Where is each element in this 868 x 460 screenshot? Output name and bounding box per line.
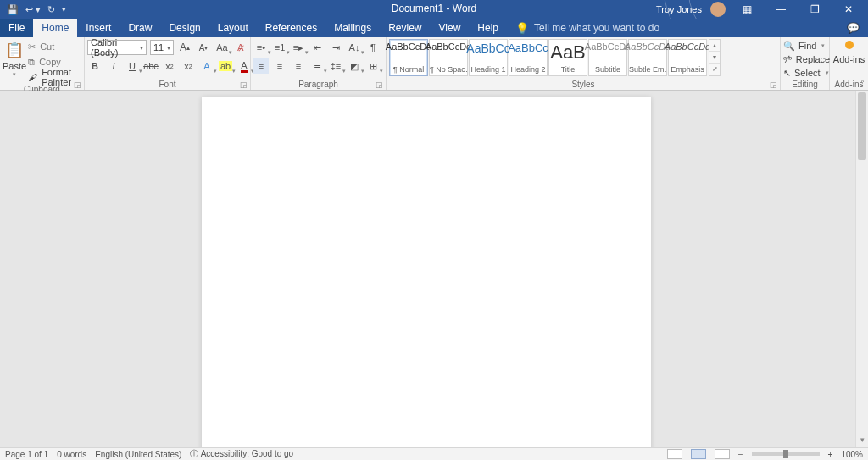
tab-file[interactable]: File xyxy=(0,19,33,37)
align-center-button[interactable]: ≡ xyxy=(272,58,287,74)
increase-indent-button[interactable]: ⇥ xyxy=(328,40,343,55)
redo-button[interactable]: ↻ xyxy=(47,4,55,15)
font-color-button[interactable]: A xyxy=(236,58,252,74)
replace-button[interactable]: ᵃ⁄ᵇReplace xyxy=(783,53,830,66)
style---normal[interactable]: AaBbCcDd¶ Normal xyxy=(389,39,428,76)
style-name: ¶ No Spac… xyxy=(430,65,467,74)
scroll-thumb[interactable] xyxy=(858,92,866,160)
align-left-button[interactable]: ≡ xyxy=(253,58,269,74)
style-heading-2[interactable]: AaBbCcHeading 2 xyxy=(509,39,548,76)
zoom-level[interactable]: 100% xyxy=(841,450,863,459)
group-label-styles: Styles xyxy=(389,80,777,90)
justify-button[interactable]: ≣ xyxy=(309,58,325,74)
group-editing: 🔍Find▾ ᵃ⁄ᵇReplace ↖Select▾ Editing xyxy=(781,37,830,90)
ribbon-tabs: File HomeInsertDrawDesignLayoutReference… xyxy=(0,19,868,37)
style-heading-1[interactable]: AaBbCcHeading 1 xyxy=(469,39,508,76)
chevron-down-icon: ▾ xyxy=(13,71,16,78)
status-language[interactable]: English (United States) xyxy=(95,450,181,459)
minimize-button[interactable]: — xyxy=(768,3,793,15)
highlight-button[interactable]: ab xyxy=(218,58,233,74)
tab-mailings[interactable]: Mailings xyxy=(326,19,380,37)
view-read-mode[interactable] xyxy=(667,449,682,459)
ribbon: 📋 Paste ▾ ✂Cut ⧉Copy 🖌Format Painter Cli… xyxy=(0,37,868,91)
change-case-button[interactable]: Aa xyxy=(214,40,230,55)
document-page[interactable] xyxy=(202,97,651,447)
underline-button[interactable]: U xyxy=(125,58,140,74)
comments-icon[interactable]: 💬 xyxy=(838,19,868,37)
undo-button[interactable]: ↩ ▾ xyxy=(25,4,41,15)
shading-button[interactable]: ◩ xyxy=(347,58,362,74)
status-page[interactable]: Page 1 of 1 xyxy=(5,450,48,459)
multilevel-list-button[interactable]: ≡▸ xyxy=(291,40,306,55)
scroll-down-arrow[interactable]: ▾ xyxy=(856,435,868,447)
vertical-scrollbar[interactable]: ▴ ▾ xyxy=(855,91,868,447)
styles-dialog-launcher[interactable]: ◲ xyxy=(770,80,778,89)
view-web-layout[interactable] xyxy=(715,449,730,459)
addins-button[interactable]: Add-ins xyxy=(833,54,865,64)
shrink-font-button[interactable]: A▾ xyxy=(196,40,211,55)
line-spacing-button[interactable]: ‡≡ xyxy=(328,58,343,74)
tab-draw[interactable]: Draw xyxy=(120,19,160,37)
font-name-combo[interactable]: Calibri (Body)▾ xyxy=(87,40,147,55)
collapse-ribbon-button[interactable]: ˄ xyxy=(860,79,865,88)
group-font: Calibri (Body)▾ 11▾ A▴ A▾ Aa A̷ B I U ab… xyxy=(85,37,251,90)
tab-design[interactable]: Design xyxy=(160,19,209,37)
align-right-button[interactable]: ≡ xyxy=(291,58,306,74)
sort-button[interactable]: A↓ xyxy=(347,40,362,55)
clear-formatting-button[interactable]: A̷ xyxy=(233,40,248,55)
copy-icon: ⧉ xyxy=(28,57,35,68)
save-icon[interactable]: 💾 xyxy=(7,4,19,15)
subscript-button[interactable]: x2 xyxy=(162,58,177,74)
bold-button[interactable]: B xyxy=(87,58,103,74)
paste-icon: 📋 xyxy=(3,39,25,61)
font-dialog-launcher[interactable]: ◲ xyxy=(240,80,248,89)
tab-layout[interactable]: Layout xyxy=(209,19,257,37)
tell-me-search[interactable]: 💡 Tell me what you want to do xyxy=(515,19,659,37)
status-word-count[interactable]: 0 words xyxy=(57,450,86,459)
cut-button[interactable]: ✂Cut xyxy=(28,39,81,54)
styles-scroll-down[interactable]: ▾ xyxy=(709,52,720,64)
style-name: Subtitle xyxy=(595,65,620,74)
find-button[interactable]: 🔍Find▾ xyxy=(783,39,825,53)
zoom-in-button[interactable]: + xyxy=(828,450,833,459)
style-name: ¶ Normal xyxy=(393,65,424,74)
style---no-spac-[interactable]: AaBbCcDd¶ No Spac… xyxy=(429,39,468,76)
styles-expand[interactable]: ⤢ xyxy=(709,64,720,75)
style-subtitle[interactable]: AaBbCcDdSubtitle xyxy=(588,39,627,76)
numbering-button[interactable]: ≡1 xyxy=(272,40,287,55)
zoom-out-button[interactable]: − xyxy=(738,450,743,459)
font-size-combo[interactable]: 11▾ xyxy=(150,40,174,55)
replace-icon: ᵃ⁄ᵇ xyxy=(783,54,793,65)
bullets-button[interactable]: ≡• xyxy=(253,40,269,55)
status-accessibility[interactable]: ⓘ Accessibility: Good to go xyxy=(190,448,293,460)
show-paragraph-marks-button[interactable]: ¶ xyxy=(365,40,381,55)
group-clipboard: 📋 Paste ▾ ✂Cut ⧉Copy 🖌Format Painter Cli… xyxy=(0,37,85,90)
decrease-indent-button[interactable]: ⇤ xyxy=(309,40,325,55)
tab-home[interactable]: Home xyxy=(33,19,77,37)
restore-button[interactable]: ❐ xyxy=(802,3,827,15)
group-addins: Add-ins Add-ins ˄ xyxy=(830,37,868,90)
paste-button[interactable]: 📋 Paste ▾ xyxy=(3,39,26,78)
styles-scroll-up[interactable]: ▴ xyxy=(709,40,720,52)
strikethrough-button[interactable]: abc xyxy=(143,58,159,74)
close-button[interactable]: ✕ xyxy=(836,3,861,15)
tab-references[interactable]: References xyxy=(257,19,326,37)
clipboard-dialog-launcher[interactable]: ◲ xyxy=(74,80,82,89)
tab-review[interactable]: Review xyxy=(380,19,430,37)
style-title[interactable]: AaBTitle xyxy=(548,39,587,76)
superscript-button[interactable]: x2 xyxy=(181,58,196,74)
text-effects-button[interactable]: A xyxy=(199,58,214,74)
style-emphasis[interactable]: AaBbCcDdEmphasis xyxy=(668,39,707,76)
borders-button[interactable]: ⊞ xyxy=(365,58,381,74)
select-button[interactable]: ↖Select▾ xyxy=(783,66,829,80)
style-subtle-em-[interactable]: AaBbCcDdSubtle Em… xyxy=(628,39,667,76)
italic-button[interactable]: I xyxy=(106,58,121,74)
tab-insert[interactable]: Insert xyxy=(77,19,120,37)
grow-font-button[interactable]: A▴ xyxy=(177,40,192,55)
qat-customize-icon[interactable]: ▾ xyxy=(62,5,66,14)
view-print-layout[interactable] xyxy=(691,449,706,459)
paragraph-dialog-launcher[interactable]: ◲ xyxy=(376,80,384,89)
zoom-slider[interactable] xyxy=(752,452,820,456)
tab-view[interactable]: View xyxy=(431,19,470,37)
tab-help[interactable]: Help xyxy=(469,19,507,37)
